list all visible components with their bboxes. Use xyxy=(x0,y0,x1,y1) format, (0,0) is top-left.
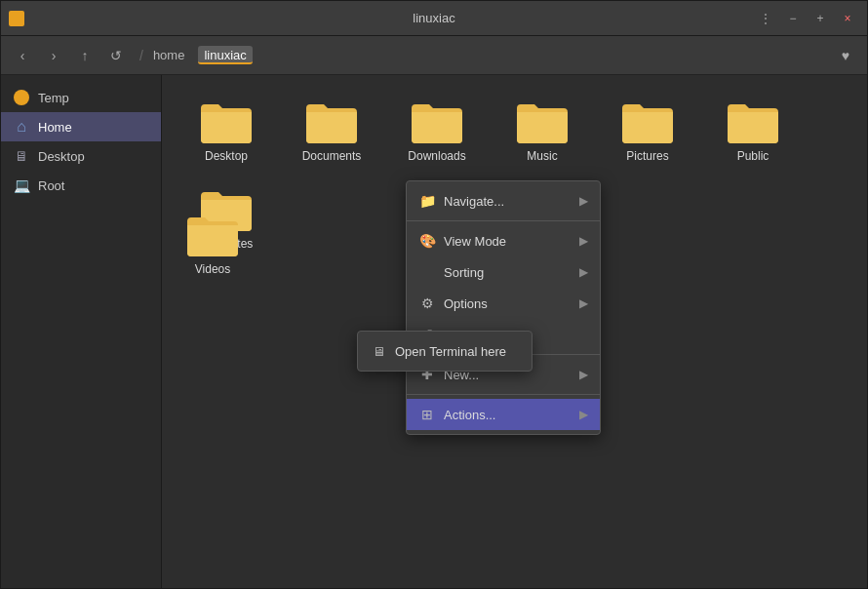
close-button[interactable]: × xyxy=(836,7,859,30)
refresh-button[interactable]: ↺ xyxy=(102,42,130,69)
list-item-videos[interactable]: Videos xyxy=(178,204,248,284)
ctx-sorting[interactable]: Sorting ▶ xyxy=(407,256,600,288)
folder-icon-videos xyxy=(185,212,240,258)
options-icon: ⚙ xyxy=(418,294,436,312)
ctx-navigate-label: Navigate... xyxy=(444,194,572,209)
ctx-sorting-label: Sorting xyxy=(444,265,572,280)
ctx-separator-3 xyxy=(407,394,600,395)
file-name: Pictures xyxy=(626,149,668,163)
list-item[interactable]: Public xyxy=(704,91,802,171)
titlebar: linuxiac ⋮ − + × xyxy=(1,1,867,36)
favorite-button[interactable]: ♥ xyxy=(832,42,859,69)
sidebar-label-desktop: Desktop xyxy=(38,149,85,164)
navigate-arrow-icon: ▶ xyxy=(579,194,588,208)
breadcrumb-home[interactable]: home xyxy=(147,46,191,64)
folder-icon xyxy=(410,98,464,145)
file-area: Desktop Documents Downloads xyxy=(162,75,867,588)
options-arrow-icon: ▶ xyxy=(579,296,588,310)
titlebar-controls: ⋮ − + × xyxy=(754,7,859,30)
list-item[interactable]: Documents xyxy=(283,91,380,171)
submenu-open-terminal[interactable]: 🖥 Open Terminal here xyxy=(358,335,532,367)
folder-icon xyxy=(304,98,359,145)
root-icon: 💻 xyxy=(13,177,30,194)
file-name: Music xyxy=(527,149,557,163)
temp-icon xyxy=(13,89,30,106)
list-item[interactable]: Desktop xyxy=(178,91,275,171)
settings-icon[interactable]: ⋮ xyxy=(754,7,777,30)
sidebar-item-root[interactable]: 💻 Root xyxy=(1,171,161,200)
actions-icon: ⊞ xyxy=(418,406,436,423)
main-area: Temp ⌂ Home 🖥 Desktop 💻 Root xyxy=(1,75,867,588)
new-arrow-icon: ▶ xyxy=(579,368,588,381)
context-submenu: 🖥 Open Terminal here xyxy=(357,331,533,372)
terminal-icon: 🖥 xyxy=(370,342,387,360)
folder-icon xyxy=(515,98,570,145)
maximize-button[interactable]: + xyxy=(809,7,832,30)
folder-icon xyxy=(620,98,675,145)
ctx-view-mode[interactable]: 🎨 View Mode ▶ xyxy=(407,225,600,256)
sidebar: Temp ⌂ Home 🖥 Desktop 💻 Root xyxy=(1,75,162,588)
navigate-icon: 📁 xyxy=(418,192,436,210)
file-name: Desktop xyxy=(205,149,248,163)
sidebar-item-temp[interactable]: Temp xyxy=(1,83,161,112)
view-mode-arrow-icon: ▶ xyxy=(579,234,588,248)
ctx-options-label: Options xyxy=(444,296,572,311)
submenu-open-terminal-label: Open Terminal here xyxy=(395,344,506,359)
sidebar-label-home: Home xyxy=(38,120,72,135)
sidebar-item-home[interactable]: ⌂ Home xyxy=(1,112,161,141)
ctx-actions[interactable]: ⊞ Actions... ▶ xyxy=(407,399,600,430)
ctx-actions-label: Actions... xyxy=(444,408,572,422)
forward-button[interactable]: › xyxy=(40,42,67,69)
file-name: Public xyxy=(737,149,769,163)
file-name: Downloads xyxy=(408,149,465,163)
sorting-icon xyxy=(418,263,436,281)
back-button[interactable]: ‹ xyxy=(9,42,36,69)
view-mode-icon: 🎨 xyxy=(418,232,436,250)
list-item[interactable]: Pictures xyxy=(599,91,696,171)
titlebar-left xyxy=(9,11,24,26)
ctx-options[interactable]: ⚙ Options ▶ xyxy=(407,288,600,319)
minimize-button[interactable]: − xyxy=(781,7,805,30)
breadcrumb-separator: / xyxy=(138,48,145,63)
ctx-view-mode-label: View Mode xyxy=(444,234,572,249)
file-manager-window: linuxiac ⋮ − + × ‹ › ↑ ↺ / home linuxiac… xyxy=(0,0,868,589)
app-icon xyxy=(9,11,24,26)
folder-icon xyxy=(199,98,254,145)
up-button[interactable]: ↑ xyxy=(71,42,99,69)
context-menu: 📁 Navigate... ▶ 🎨 View Mode ▶ Sorting ▶ xyxy=(406,180,601,435)
list-item[interactable]: Downloads xyxy=(388,91,486,171)
file-name-videos: Videos xyxy=(195,262,230,276)
breadcrumb-linuxiac[interactable]: linuxiac xyxy=(198,46,252,64)
actions-arrow-icon: ▶ xyxy=(579,408,588,421)
home-icon: ⌂ xyxy=(13,118,30,136)
sorting-arrow-icon: ▶ xyxy=(579,265,588,279)
desktop-icon: 🖥 xyxy=(13,147,30,165)
sidebar-label-root: Root xyxy=(38,178,64,193)
list-item[interactable]: Music xyxy=(493,91,591,171)
folder-icon xyxy=(726,98,780,145)
sidebar-item-desktop[interactable]: 🖥 Desktop xyxy=(1,141,161,171)
toolbar: ‹ › ↑ ↺ / home linuxiac ♥ xyxy=(1,36,867,75)
breadcrumb: / home linuxiac xyxy=(138,46,253,64)
file-name: Documents xyxy=(302,149,362,163)
ctx-navigate[interactable]: 📁 Navigate... ▶ xyxy=(407,185,600,216)
ctx-separator-1 xyxy=(407,220,600,221)
sidebar-label-temp: Temp xyxy=(38,91,69,105)
window-title: linuxiac xyxy=(413,11,454,25)
